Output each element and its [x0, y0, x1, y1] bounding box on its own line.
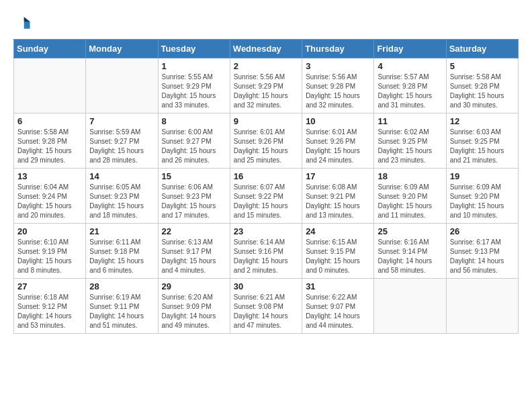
- day-number: 22: [162, 226, 226, 236]
- day-info: Sunrise: 5:58 AM Sunset: 9:28 PM Dayligh…: [450, 73, 515, 110]
- day-number: 2: [234, 61, 298, 71]
- day-info: Sunrise: 5:57 AM Sunset: 9:28 PM Dayligh…: [378, 73, 442, 110]
- day-info: Sunrise: 6:09 AM Sunset: 9:20 PM Dayligh…: [450, 183, 515, 220]
- day-number: 1: [162, 61, 226, 71]
- calendar-cell: [86, 58, 158, 113]
- calendar-cell: 26Sunrise: 6:17 AM Sunset: 9:13 PM Dayli…: [446, 224, 518, 279]
- calendar-cell: 27Sunrise: 6:18 AM Sunset: 9:12 PM Dayli…: [14, 279, 86, 334]
- calendar-cell: 6Sunrise: 5:58 AM Sunset: 9:28 PM Daylig…: [14, 113, 86, 169]
- calendar-cell: 24Sunrise: 6:15 AM Sunset: 9:15 PM Dayli…: [302, 224, 374, 279]
- calendar-cell: 17Sunrise: 6:08 AM Sunset: 9:21 PM Dayli…: [302, 169, 374, 224]
- calendar-cell: 21Sunrise: 6:11 AM Sunset: 9:18 PM Dayli…: [86, 224, 158, 279]
- calendar-cell: 10Sunrise: 6:01 AM Sunset: 9:26 PM Dayli…: [302, 113, 374, 169]
- day-number: 24: [306, 226, 370, 236]
- day-number: 31: [306, 281, 370, 291]
- calendar-cell: 8Sunrise: 6:00 AM Sunset: 9:27 PM Daylig…: [158, 113, 230, 169]
- calendar-cell: 2Sunrise: 5:56 AM Sunset: 9:29 PM Daylig…: [230, 58, 302, 113]
- day-number: 7: [89, 116, 154, 126]
- day-number: 17: [306, 171, 370, 181]
- day-number: 19: [450, 171, 515, 181]
- day-number: 4: [378, 61, 442, 71]
- day-info: Sunrise: 6:22 AM Sunset: 9:07 PM Dayligh…: [306, 293, 370, 330]
- calendar-week-row: 20Sunrise: 6:10 AM Sunset: 9:19 PM Dayli…: [14, 224, 519, 279]
- day-info: Sunrise: 6:04 AM Sunset: 9:24 PM Dayligh…: [17, 183, 82, 220]
- day-info: Sunrise: 5:58 AM Sunset: 9:28 PM Dayligh…: [17, 128, 82, 165]
- svg-marker-2: [24, 17, 30, 21]
- calendar-week-row: 27Sunrise: 6:18 AM Sunset: 9:12 PM Dayli…: [14, 279, 519, 334]
- day-of-week-header: Monday: [86, 40, 158, 58]
- calendar-cell: 22Sunrise: 6:13 AM Sunset: 9:17 PM Dayli…: [158, 224, 230, 279]
- day-number: 18: [378, 171, 442, 181]
- day-number: 3: [306, 61, 370, 71]
- day-number: 11: [378, 116, 442, 126]
- day-of-week-header: Saturday: [446, 40, 518, 58]
- day-number: 15: [162, 171, 226, 181]
- day-info: Sunrise: 6:08 AM Sunset: 9:21 PM Dayligh…: [306, 183, 370, 220]
- day-number: 6: [17, 116, 82, 126]
- day-number: 23: [234, 226, 298, 236]
- day-info: Sunrise: 6:14 AM Sunset: 9:16 PM Dayligh…: [234, 238, 298, 275]
- day-number: 12: [450, 116, 515, 126]
- day-number: 9: [234, 116, 298, 126]
- day-number: 13: [17, 171, 82, 181]
- calendar-cell: 5Sunrise: 5:58 AM Sunset: 9:28 PM Daylig…: [446, 58, 518, 113]
- day-info: Sunrise: 6:03 AM Sunset: 9:25 PM Dayligh…: [450, 128, 515, 165]
- calendar-cell: [446, 279, 518, 334]
- day-number: 21: [89, 226, 154, 236]
- day-info: Sunrise: 6:09 AM Sunset: 9:20 PM Dayligh…: [378, 183, 442, 220]
- calendar-week-row: 13Sunrise: 6:04 AM Sunset: 9:24 PM Dayli…: [14, 169, 519, 224]
- day-info: Sunrise: 6:13 AM Sunset: 9:17 PM Dayligh…: [162, 238, 226, 275]
- day-info: Sunrise: 6:10 AM Sunset: 9:19 PM Dayligh…: [17, 238, 82, 275]
- day-info: Sunrise: 6:20 AM Sunset: 9:09 PM Dayligh…: [162, 293, 226, 330]
- calendar-cell: 11Sunrise: 6:02 AM Sunset: 9:25 PM Dayli…: [374, 113, 446, 169]
- day-of-week-header: Tuesday: [158, 40, 230, 58]
- day-info: Sunrise: 6:06 AM Sunset: 9:23 PM Dayligh…: [162, 183, 226, 220]
- day-number: 5: [450, 61, 515, 71]
- calendar-cell: 1Sunrise: 5:55 AM Sunset: 9:29 PM Daylig…: [158, 58, 230, 113]
- calendar-cell: 4Sunrise: 5:57 AM Sunset: 9:28 PM Daylig…: [374, 58, 446, 113]
- day-of-week-header: Friday: [374, 40, 446, 58]
- calendar-cell: 16Sunrise: 6:07 AM Sunset: 9:22 PM Dayli…: [230, 169, 302, 224]
- calendar-cell: 20Sunrise: 6:10 AM Sunset: 9:19 PM Dayli…: [14, 224, 86, 279]
- day-of-week-header: Wednesday: [230, 40, 302, 58]
- calendar: SundayMondayTuesdayWednesdayThursdayFrid…: [13, 39, 519, 334]
- logo: [13, 13, 35, 32]
- calendar-cell: 15Sunrise: 6:06 AM Sunset: 9:23 PM Dayli…: [158, 169, 230, 224]
- calendar-cell: 18Sunrise: 6:09 AM Sunset: 9:20 PM Dayli…: [374, 169, 446, 224]
- calendar-cell: 7Sunrise: 5:59 AM Sunset: 9:27 PM Daylig…: [86, 113, 158, 169]
- calendar-cell: 9Sunrise: 6:01 AM Sunset: 9:26 PM Daylig…: [230, 113, 302, 169]
- day-number: 28: [89, 281, 154, 291]
- calendar-week-row: 1Sunrise: 5:55 AM Sunset: 9:29 PM Daylig…: [14, 58, 519, 113]
- day-info: Sunrise: 6:15 AM Sunset: 9:15 PM Dayligh…: [306, 238, 370, 275]
- day-number: 14: [89, 171, 154, 181]
- day-info: Sunrise: 5:55 AM Sunset: 9:29 PM Dayligh…: [162, 73, 226, 110]
- day-of-week-header: Sunday: [14, 40, 86, 58]
- calendar-cell: 28Sunrise: 6:19 AM Sunset: 9:11 PM Dayli…: [86, 279, 158, 334]
- day-info: Sunrise: 6:00 AM Sunset: 9:27 PM Dayligh…: [162, 128, 226, 165]
- calendar-cell: 30Sunrise: 6:21 AM Sunset: 9:08 PM Dayli…: [230, 279, 302, 334]
- day-number: 25: [378, 226, 442, 236]
- day-info: Sunrise: 6:18 AM Sunset: 9:12 PM Dayligh…: [17, 293, 82, 330]
- day-number: 16: [234, 171, 298, 181]
- calendar-cell: 3Sunrise: 5:56 AM Sunset: 9:28 PM Daylig…: [302, 58, 374, 113]
- calendar-cell: 13Sunrise: 6:04 AM Sunset: 9:24 PM Dayli…: [14, 169, 86, 224]
- calendar-header-row: SundayMondayTuesdayWednesdayThursdayFrid…: [14, 40, 519, 58]
- day-info: Sunrise: 5:56 AM Sunset: 9:28 PM Dayligh…: [306, 73, 370, 110]
- calendar-cell: 19Sunrise: 6:09 AM Sunset: 9:20 PM Dayli…: [446, 169, 518, 224]
- calendar-cell: 14Sunrise: 6:05 AM Sunset: 9:23 PM Dayli…: [86, 169, 158, 224]
- page-header: [13, 13, 519, 32]
- day-info: Sunrise: 6:01 AM Sunset: 9:26 PM Dayligh…: [306, 128, 370, 165]
- calendar-cell: 31Sunrise: 6:22 AM Sunset: 9:07 PM Dayli…: [302, 279, 374, 334]
- day-number: 20: [17, 226, 82, 236]
- day-info: Sunrise: 6:11 AM Sunset: 9:18 PM Dayligh…: [89, 238, 154, 275]
- day-number: 30: [234, 281, 298, 291]
- day-info: Sunrise: 5:56 AM Sunset: 9:29 PM Dayligh…: [234, 73, 298, 110]
- day-info: Sunrise: 6:01 AM Sunset: 9:26 PM Dayligh…: [234, 128, 298, 165]
- day-of-week-header: Thursday: [302, 40, 374, 58]
- day-info: Sunrise: 6:02 AM Sunset: 9:25 PM Dayligh…: [378, 128, 442, 165]
- calendar-cell: 25Sunrise: 6:16 AM Sunset: 9:14 PM Dayli…: [374, 224, 446, 279]
- day-info: Sunrise: 6:19 AM Sunset: 9:11 PM Dayligh…: [89, 293, 154, 330]
- day-info: Sunrise: 6:07 AM Sunset: 9:22 PM Dayligh…: [234, 183, 298, 220]
- day-number: 10: [306, 116, 370, 126]
- calendar-cell: [374, 279, 446, 334]
